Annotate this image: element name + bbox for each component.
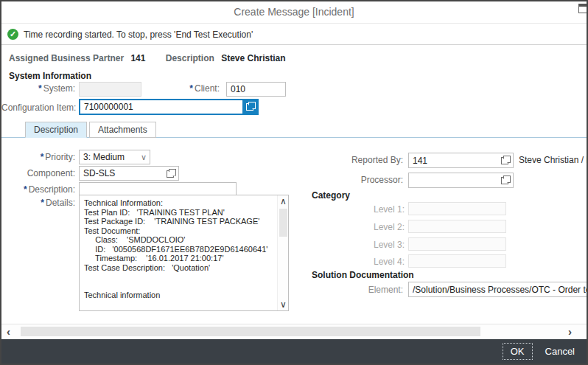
- scrollbar-thumb[interactable]: [21, 327, 480, 336]
- status-message-text: Time recording started. To stop, press '…: [24, 29, 253, 40]
- system-label: *System:: [1, 83, 75, 94]
- scrollbar-thumb[interactable]: [279, 209, 287, 237]
- category-heading: Category: [312, 190, 350, 201]
- assigned-partner-label: Assigned Business Partner: [9, 53, 124, 63]
- element-label: Element:: [311, 285, 403, 295]
- horizontal-scrollbar[interactable]: ‹ ›: [1, 324, 587, 338]
- element-input[interactable]: [408, 282, 588, 297]
- tab-description[interactable]: Description: [25, 122, 87, 138]
- reported-by-label: Reported By:: [311, 155, 403, 165]
- level-4-input[interactable]: [408, 254, 506, 268]
- create-message-dialog: Create Message [Incident] ✓ Time recordi…: [0, 0, 588, 365]
- value-help-icon[interactable]: [500, 156, 511, 165]
- configuration-item-input[interactable]: [79, 99, 242, 115]
- assigned-partner-value: 141: [130, 53, 145, 63]
- component-label: Component:: [1, 168, 75, 178]
- details-text[interactable]: Technical Information: Test Plan ID: 'TR…: [80, 195, 277, 310]
- scroll-up-icon[interactable]: ∧: [278, 196, 289, 206]
- description-label: *Description:: [1, 184, 75, 195]
- priority-value: 3: Medium: [83, 152, 125, 162]
- chevron-down-icon: ∨: [141, 150, 147, 164]
- processor-field: [408, 173, 514, 188]
- reported-by-input[interactable]: [409, 156, 500, 166]
- partner-description-value: Steve Christian: [221, 53, 285, 63]
- component-input[interactable]: [80, 168, 166, 178]
- reported-by-description: Steve Christian / P: [519, 155, 588, 165]
- priority-label: *Priority:: [1, 152, 75, 162]
- value-help-icon[interactable]: [166, 169, 176, 178]
- reported-by-field: [408, 153, 514, 168]
- system-input[interactable]: [79, 82, 141, 97]
- scroll-down-icon[interactable]: ∨: [278, 299, 289, 310]
- processor-label: Processor:: [311, 175, 403, 185]
- details-label: *Details:: [1, 198, 75, 208]
- level-2-label: Level 2:: [311, 222, 405, 232]
- scroll-right-icon[interactable]: ›: [568, 324, 572, 338]
- configuration-item-value-help-button[interactable]: [242, 99, 259, 115]
- priority-select[interactable]: 3: Medium ∨: [79, 150, 150, 164]
- required-marker: *: [41, 198, 44, 208]
- system-information-heading: System Information: [9, 71, 91, 81]
- level-1-label: Level 1:: [311, 204, 405, 215]
- configuration-item-label: Configuration Item:: [1, 102, 75, 113]
- client-input[interactable]: [226, 82, 286, 97]
- required-marker: *: [189, 83, 193, 94]
- level-1-input[interactable]: [408, 202, 506, 215]
- component-field: [79, 166, 179, 181]
- level-3-input[interactable]: [408, 237, 506, 251]
- level-4-label: Level 4:: [311, 257, 405, 267]
- details-textarea[interactable]: Technical Information: Test Plan ID: 'TR…: [79, 195, 289, 311]
- assigned-partner-row: Assigned Business Partner 141 Descriptio…: [9, 53, 286, 63]
- partner-description-label: Description: [166, 53, 214, 63]
- scroll-left-icon[interactable]: ‹: [7, 324, 10, 338]
- dialog-title: Create Message [Incident]: [1, 1, 587, 24]
- level-2-input[interactable]: [408, 220, 506, 233]
- value-help-icon[interactable]: [500, 175, 511, 185]
- solution-documentation-heading: Solution Documentation: [312, 270, 414, 280]
- required-marker: *: [24, 184, 27, 195]
- required-marker: *: [41, 152, 44, 162]
- processor-input[interactable]: [409, 175, 500, 186]
- status-message-bar: ✓ Time recording started. To stop, press…: [1, 24, 587, 45]
- configuration-item-field: [79, 99, 259, 115]
- window-maximize-icon[interactable]: [578, 4, 588, 13]
- required-marker: *: [38, 83, 42, 94]
- dialog-footer: OK Cancel: [1, 339, 587, 364]
- tab-attachments[interactable]: Attachments: [89, 122, 156, 138]
- ok-button[interactable]: OK: [503, 343, 533, 360]
- value-help-icon: [245, 102, 256, 111]
- success-check-icon: ✓: [7, 29, 18, 40]
- client-label: *Client:: [146, 83, 220, 94]
- details-vertical-scrollbar[interactable]: ∧ ∨: [277, 195, 288, 310]
- level-3-label: Level 3:: [311, 240, 405, 250]
- cancel-button[interactable]: Cancel: [544, 344, 576, 359]
